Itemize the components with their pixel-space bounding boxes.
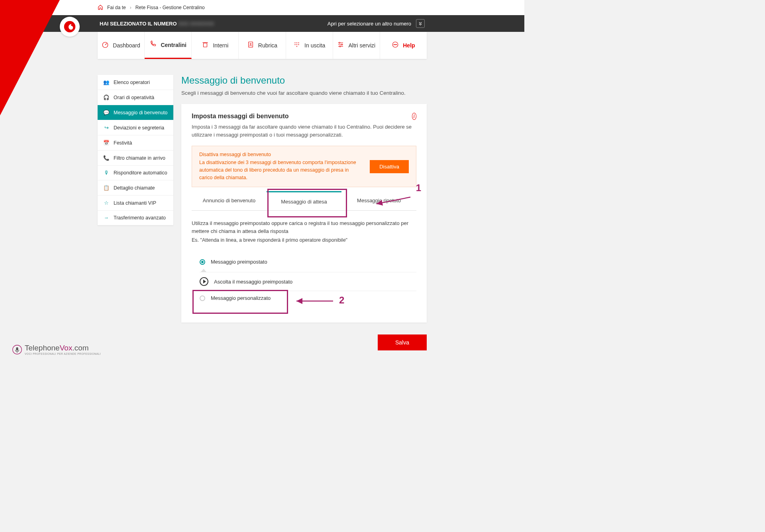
selected-number-label: HAI SELEZIONATO IL NUMERO XXX XXXXXXX (100, 21, 214, 27)
tab-help[interactable]: Help (380, 32, 427, 59)
deactivate-warning: Disattiva messaggi di benvenuto La disat… (192, 146, 416, 187)
annotation-arrow-2 (293, 298, 335, 304)
info-icon[interactable]: i (412, 113, 416, 120)
page-subtitle: Scegli i messaggi di benvenuto che vuoi … (181, 90, 427, 96)
mic-icon: 🎙 (103, 170, 110, 176)
phone-icon (149, 40, 157, 49)
msg-tab-annuncio[interactable]: Annuncio di benvenuto (192, 191, 267, 210)
dialpad-icon (293, 41, 300, 50)
warning-text: La disattivazione dei 3 messaggi di benv… (199, 159, 362, 181)
svg-point-12 (339, 42, 340, 43)
main-tabs: Dashboard Centralini Interni Rubrica In … (98, 32, 427, 59)
svg-point-11 (296, 46, 297, 47)
annotation-arrow-1 (373, 195, 412, 207)
desk-phone-icon (202, 41, 209, 50)
gauge-icon (102, 41, 109, 50)
tab-rubrica[interactable]: Rubrica (239, 32, 286, 59)
listen-row[interactable]: Ascolta il messaggio preimpostato (200, 272, 416, 291)
sidebar-item-orari[interactable]: 🎧Orari di operatività (98, 90, 173, 105)
warning-title: Disattiva messaggi di benvenuto (199, 152, 362, 157)
card-title: Imposta messaggi di benvenuto (192, 113, 412, 120)
chat-icon (392, 41, 399, 50)
sliders-icon (337, 41, 344, 50)
forward-icon: ↪ (103, 125, 110, 131)
svg-point-6 (296, 42, 297, 43)
radio-personalizzato-label: Messaggio personalizzato (211, 295, 271, 301)
annotation-number-1: 1 (416, 182, 421, 194)
telephonevox-logo: TelephoneVox.com VOCI PROFESSIONALI PER … (12, 344, 101, 355)
calendar-icon: 📅 (103, 140, 110, 146)
svg-rect-22 (16, 347, 18, 351)
message-body-text: Utilizza il messaggio preimpostato oppur… (192, 219, 416, 235)
filter-icon: 📞 (103, 155, 110, 161)
star-icon: ☆ (103, 200, 110, 206)
brand-triangle (0, 0, 60, 115)
radio-preimpostato[interactable] (200, 259, 205, 265)
card-description: Imposta i 3 messaggi da far ascoltare qu… (192, 123, 412, 139)
svg-point-14 (339, 46, 341, 47)
breadcrumb-home[interactable]: Fai da te (107, 5, 126, 10)
svg-point-10 (298, 44, 299, 45)
selection-indicator (201, 269, 206, 272)
radio-personalizzato[interactable] (200, 295, 205, 301)
sidebar-item-benvenuto[interactable]: 💬Messaggio di benvenuto (98, 105, 173, 120)
sidebar-item-elenco-operatori[interactable]: 👥Elenco operatori (98, 75, 173, 90)
annotation-number-2: 2 (339, 295, 344, 306)
message-body-example: Es. "Attenda in linea, a breve risponder… (192, 237, 416, 243)
radio-preimpostato-label: Messaggio preimpostato (211, 259, 267, 265)
tab-uscita[interactable]: In uscita (286, 32, 333, 59)
breadcrumb: Fai da te › Rete Fissa - Gestione Centra… (0, 0, 524, 15)
breadcrumb-current: Rete Fissa - Gestione Centralino (135, 5, 205, 10)
expand-number-button[interactable] (416, 19, 425, 28)
svg-point-7 (298, 42, 299, 43)
svg-point-4 (250, 43, 251, 45)
tab-dashboard[interactable]: Dashboard (98, 32, 145, 59)
select-another-label: Apri per selezionare un altro numero (328, 21, 411, 27)
tab-interni[interactable]: Interni (192, 32, 239, 59)
deactivate-button[interactable]: Disattiva (370, 160, 409, 173)
tab-centralini[interactable]: Centralini (145, 32, 192, 59)
svg-point-17 (395, 44, 396, 45)
svg-point-18 (396, 44, 397, 45)
tab-altri[interactable]: Altri servizi (333, 32, 380, 59)
sidebar: 👥Elenco operatori 🎧Orari di operatività … (98, 75, 173, 225)
breadcrumb-separator: › (130, 5, 131, 10)
svg-point-13 (341, 44, 343, 45)
svg-line-19 (377, 197, 410, 204)
headset-icon: 🎧 (103, 94, 110, 100)
svg-point-5 (294, 42, 295, 43)
transfer-icon: → (103, 215, 110, 221)
svg-point-16 (394, 44, 394, 45)
page-title: Messaggio di benvenuto (181, 75, 427, 86)
message-icon: 💬 (103, 110, 110, 115)
msg-tab-attesa[interactable]: Messaggio di attesa (267, 191, 341, 210)
contacts-icon (247, 41, 254, 50)
home-icon (98, 4, 103, 11)
sidebar-item-vip[interactable]: ☆Lista chiamanti VIP (98, 196, 173, 211)
svg-point-8 (294, 44, 295, 45)
svg-point-9 (296, 44, 297, 45)
listen-label: Ascolta il messaggio preimpostato (214, 279, 292, 285)
detail-icon: 📋 (103, 185, 110, 191)
sidebar-item-festivita[interactable]: 📅Festività (98, 135, 173, 151)
sidebar-item-risponditore[interactable]: 🎙Risponditore automatico (98, 166, 173, 180)
sidebar-item-filtro[interactable]: 📞Filtro chiamate in arrivo (98, 151, 173, 166)
sidebar-item-deviazioni[interactable]: ↪Deviazioni e segreteria (98, 120, 173, 135)
welcome-card: Imposta messaggi di benvenuto Imposta i … (181, 104, 427, 323)
users-icon: 👥 (103, 79, 110, 85)
vodafone-logo (60, 17, 80, 37)
sidebar-item-dettaglio[interactable]: 📋Dettaglio chiamate (98, 180, 173, 196)
svg-rect-2 (204, 43, 207, 47)
play-icon[interactable] (200, 277, 208, 286)
radio-preimpostato-row[interactable]: Messaggio preimpostato (200, 255, 416, 269)
sidebar-item-trasferimento[interactable]: →Trasferimento avanzato (98, 211, 173, 225)
save-button[interactable]: Salva (378, 334, 427, 350)
